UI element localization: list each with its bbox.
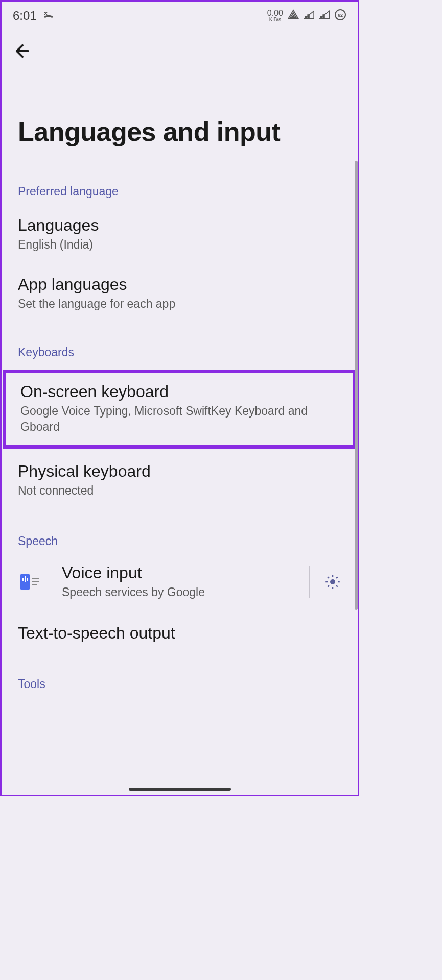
back-button[interactable] (13, 41, 32, 65)
setting-subtitle: Not connected (18, 483, 341, 499)
setting-subtitle: Google Voice Typing, Microsoft SwiftKey … (20, 403, 339, 435)
svg-rect-0 (306, 17, 307, 19)
svg-rect-7 (22, 578, 24, 581)
svg-text:62: 62 (338, 13, 343, 18)
navigation-handle[interactable] (129, 788, 231, 791)
svg-rect-9 (27, 578, 28, 581)
setting-title: Text-to-speech output (18, 624, 341, 643)
svg-rect-2 (321, 17, 322, 19)
voice-input-text: Voice input Speech services by Google (62, 564, 295, 600)
scroll-indicator[interactable] (355, 161, 358, 610)
svg-rect-1 (308, 15, 309, 18)
battery-icon: 62 (334, 9, 346, 23)
svg-rect-10 (32, 578, 39, 579)
section-header-preferred-language: Preferred language (2, 176, 358, 205)
page-title: Languages and input (2, 65, 358, 176)
setting-subtitle: English (India) (18, 237, 341, 253)
status-right: 0.00 KiB/s (267, 9, 346, 23)
network-speed: 0.00 KiB/s (267, 9, 283, 22)
setting-subtitle: Speech services by Google (62, 584, 295, 600)
svg-rect-3 (323, 15, 324, 18)
divider (309, 566, 310, 598)
status-left: 6:01 (13, 9, 54, 23)
missed-call-icon (43, 9, 54, 23)
section-header-keyboards: Keyboards (2, 336, 358, 365)
section-header-speech: Speech (2, 525, 358, 554)
setting-title: On-screen keyboard (20, 382, 339, 401)
setting-title: Voice input (62, 564, 295, 582)
setting-title: App languages (18, 275, 341, 294)
clock: 6:01 (13, 9, 37, 23)
wifi-icon (287, 9, 299, 23)
section-header-tools: Tools (2, 655, 358, 691)
svg-rect-8 (25, 576, 26, 582)
setting-on-screen-keyboard[interactable]: On-screen keyboard Google Voice Typing, … (3, 370, 357, 449)
voice-input-icon (18, 571, 40, 593)
svg-point-13 (331, 580, 335, 584)
voice-input-settings-button[interactable] (324, 573, 341, 591)
setting-languages[interactable]: Languages English (India) (2, 205, 358, 264)
status-bar: 6:01 0.00 KiB/s (2, 2, 358, 27)
setting-subtitle: Set the language for each app (18, 296, 341, 312)
nav-bar (2, 27, 358, 65)
setting-physical-keyboard[interactable]: Physical keyboard Not connected (2, 451, 358, 510)
signal-icon-1 (304, 9, 315, 22)
svg-rect-12 (32, 584, 37, 585)
setting-voice-input[interactable]: Voice input Speech services by Google (2, 554, 358, 609)
setting-text-to-speech[interactable]: Text-to-speech output (2, 609, 358, 655)
setting-title: Physical keyboard (18, 462, 341, 481)
svg-rect-11 (32, 581, 39, 582)
setting-title: Languages (18, 216, 341, 235)
setting-app-languages[interactable]: App languages Set the language for each … (2, 264, 358, 323)
signal-icon-2 (319, 9, 330, 22)
